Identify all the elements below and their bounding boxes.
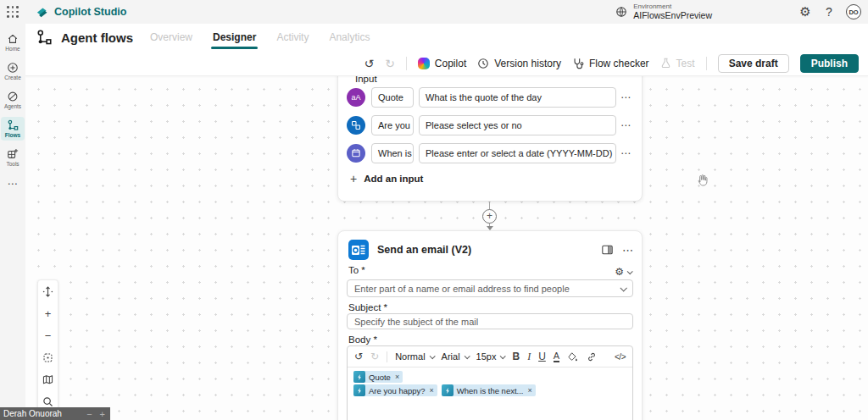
font-family-select[interactable]: Arial (442, 351, 469, 362)
highlight-bucket-icon[interactable] (567, 351, 578, 362)
test-beaker-icon (660, 58, 671, 69)
test-label: Test (676, 58, 695, 69)
canvas-zoom-toolbar: + − (37, 279, 58, 413)
page-title: Agent flows (61, 30, 133, 45)
email-card-header: Send an email (V2) ⋯ (348, 240, 633, 260)
minimap-button[interactable] (37, 368, 58, 390)
environment-picker[interactable]: Environment AIFlowsEnvPreview (615, 3, 712, 20)
sidebar-item-flows[interactable]: Flows (1, 117, 25, 141)
flow-designer-canvas[interactable]: Input aA Quote What is the quote of the … (25, 76, 868, 420)
tab-analytics[interactable]: Analytics (329, 24, 370, 51)
row-more-icon[interactable]: ⋯ (616, 119, 635, 131)
brand[interactable]: Copilot Studio (36, 6, 126, 19)
tools-icon (7, 148, 19, 160)
sidebar-more-icon[interactable]: ⋯ (8, 178, 19, 190)
to-gear-icon: ⚙ (615, 266, 624, 278)
zoom-out-button[interactable]: − (37, 324, 58, 346)
input-row: aA Quote What is the quote of the day ⋯ (347, 87, 635, 108)
to-placeholder: Enter part of a name or email address to… (354, 284, 570, 294)
save-draft-button[interactable]: Save draft (718, 54, 789, 73)
fit-view-button[interactable] (37, 280, 58, 302)
underline-icon[interactable]: U (538, 351, 546, 362)
open-panel-icon[interactable] (601, 244, 614, 256)
create-plus-icon (7, 62, 19, 74)
flow-checker-label: Flow checker (589, 58, 649, 69)
divider (406, 57, 407, 70)
chevron-down-icon (429, 353, 435, 359)
plus-icon: + (350, 172, 357, 185)
undo-icon[interactable]: ↺ (364, 57, 374, 70)
email-card-more-icon[interactable]: ⋯ (622, 244, 633, 257)
history-clock-icon (477, 58, 489, 69)
presenter-minus-icon[interactable]: − (86, 409, 92, 419)
editor-undo-icon[interactable]: ↺ (354, 351, 363, 362)
presenter-plus-icon[interactable]: + (100, 409, 105, 419)
send-email-card[interactable]: Send an email (V2) ⋯ To * ⚙ Enter part o… (337, 230, 643, 420)
token-flow-icon (353, 371, 365, 383)
to-input[interactable]: Enter part of a name or email address to… (347, 279, 633, 297)
tab-designer[interactable]: Designer (213, 24, 256, 51)
flow-checker-button[interactable]: Flow checker (572, 58, 649, 69)
help-icon[interactable]: ? (817, 5, 841, 19)
version-history-label: Version history (494, 58, 561, 69)
dynamic-token[interactable]: When is the next... × (442, 384, 536, 396)
environment-icon (615, 6, 627, 18)
input-name-field[interactable]: When is the (371, 143, 414, 163)
user-avatar[interactable]: DO (846, 4, 861, 19)
chevron-down-icon[interactable] (620, 285, 626, 291)
tab-activity[interactable]: Activity (276, 24, 309, 51)
token-close-icon[interactable]: × (528, 386, 532, 395)
token-close-icon[interactable]: × (430, 386, 434, 395)
font-size-value: 15px (476, 351, 497, 362)
token-close-icon[interactable]: × (395, 373, 399, 381)
nav-label-flows: Flows (5, 132, 20, 138)
link-icon[interactable] (586, 351, 598, 362)
app-top-bar: Copilot Studio Environment AIFlowsEnvPre… (0, 0, 868, 24)
chevron-down-icon (464, 353, 470, 359)
sidebar-item-create[interactable]: Create (1, 59, 25, 83)
environment-name: AIFlowsEnvPreview (633, 11, 712, 21)
input-name-field[interactable]: Are you happ (371, 115, 414, 135)
tab-overview[interactable]: Overview (150, 24, 192, 51)
input-description-field[interactable]: Please select yes or no (419, 115, 616, 135)
token-flow-icon (442, 384, 453, 396)
insert-action-button[interactable]: + (482, 209, 497, 224)
settings-gear-icon[interactable]: ⚙ (793, 4, 817, 19)
row-more-icon[interactable]: ⋯ (616, 91, 635, 103)
input-card[interactable]: Input aA Quote What is the quote of the … (337, 76, 643, 202)
subject-input[interactable]: Specify the subject of the mail (347, 313, 633, 329)
zoom-in-button[interactable]: + (37, 302, 58, 324)
token-label: Are you happy? (369, 386, 426, 395)
page-header: Agent flows Overview Designer Activity A… (25, 24, 868, 51)
sidebar-item-agents[interactable]: Agents (1, 88, 25, 112)
chevron-down-icon (627, 268, 633, 274)
copilot-studio-app: Copilot Studio Environment AIFlowsEnvPre… (0, 0, 868, 420)
paragraph-format-select[interactable]: Normal (395, 351, 433, 362)
input-description-field[interactable]: Please enter or select a date (YYYY-MM-D… (419, 143, 616, 163)
input-row: Are you happ Please select yes or no ⋯ (347, 115, 635, 135)
sidebar-item-home[interactable]: Home (1, 30, 25, 54)
publish-button[interactable]: Publish (800, 54, 859, 73)
dynamic-token[interactable]: Quote × (353, 371, 403, 383)
waffle-menu-icon[interactable] (6, 5, 19, 19)
copilot-button[interactable]: Copilot (418, 58, 466, 69)
row-more-icon[interactable]: ⋯ (616, 147, 635, 159)
agents-icon (7, 91, 19, 102)
input-name-field[interactable]: Quote (371, 87, 414, 108)
code-view-icon[interactable]: </> (615, 352, 626, 362)
body-content[interactable]: Quote × Are you happy? × (348, 368, 632, 420)
stethoscope-icon (572, 58, 584, 69)
focus-selection-button[interactable] (37, 346, 58, 368)
font-size-select[interactable]: 15px (476, 351, 505, 362)
dynamic-token[interactable]: Are you happy? × (353, 384, 437, 396)
version-history-button[interactable]: Version history (477, 58, 561, 69)
bold-icon[interactable]: B (512, 351, 520, 362)
text-color-icon[interactable]: A (554, 351, 559, 362)
sidebar-item-tools[interactable]: Tools (1, 146, 25, 169)
italic-icon[interactable]: I (527, 351, 531, 363)
chevron-down-icon (500, 353, 506, 359)
product-name: Copilot Studio (54, 6, 126, 18)
add-input-button[interactable]: + Add an input (350, 172, 423, 185)
input-description-field[interactable]: What is the quote of the day (419, 87, 616, 108)
to-settings-button[interactable]: ⚙ (615, 266, 632, 278)
